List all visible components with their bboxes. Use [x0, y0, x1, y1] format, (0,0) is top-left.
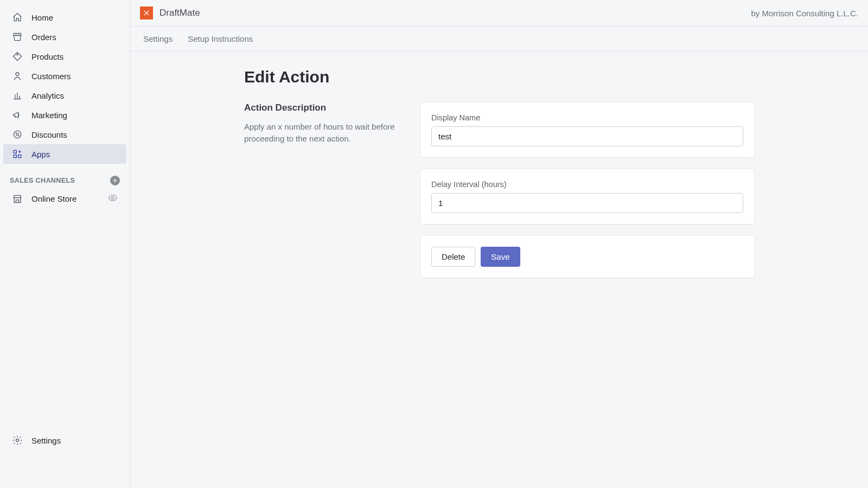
delay-interval-input[interactable] [431, 193, 743, 213]
view-store-button[interactable] [108, 193, 118, 204]
analytics-icon [12, 90, 23, 101]
delay-interval-label: Delay Interval (hours) [431, 180, 743, 189]
section-annotation: Action Description Apply an x number of … [244, 102, 399, 145]
tab-settings[interactable]: Settings [143, 34, 173, 43]
sidebar-item-label: Home [31, 13, 53, 22]
app-byline: by Morrison Consulting L.L.C. [751, 9, 858, 18]
content: Edit Action Action Description Apply an … [130, 52, 868, 311]
svg-point-4 [18, 135, 18, 136]
discount-icon [12, 129, 23, 140]
sidebar-item-label: Settings [31, 436, 61, 445]
svg-point-0 [17, 54, 18, 55]
annotation-heading: Action Description [244, 102, 399, 113]
delete-button[interactable]: Delete [431, 247, 475, 267]
person-icon [12, 70, 23, 81]
sidebar-item-marketing[interactable]: Marketing [3, 105, 126, 125]
sales-channels-heading: SALES CHANNELS [0, 164, 130, 189]
sidebar-item-orders[interactable]: Orders [3, 27, 126, 47]
main-area: DraftMate by Morrison Consulting L.L.C. … [130, 0, 868, 488]
display-name-label: Display Name [431, 113, 743, 122]
sidebar-item-label: Analytics [31, 91, 64, 100]
actions-card: Delete Save [420, 236, 754, 278]
app-logo-icon [140, 7, 153, 20]
main-nav: Home Orders Products Customers [0, 8, 130, 164]
tab-setup-instructions[interactable]: Setup Instructions [188, 34, 253, 43]
megaphone-icon [12, 110, 23, 120]
sidebar: Home Orders Products Customers [0, 0, 130, 488]
sidebar-item-label: Customers [31, 72, 71, 81]
tag-icon [12, 51, 23, 62]
page-title: Edit Action [244, 68, 754, 86]
add-channel-button[interactable] [110, 176, 120, 185]
display-name-card: Display Name [420, 102, 754, 157]
orders-icon [12, 31, 23, 42]
sidebar-item-apps[interactable]: Apps [3, 144, 126, 164]
sidebar-item-discounts[interactable]: Discounts [3, 125, 126, 144]
svg-point-8 [112, 197, 114, 200]
svg-point-9 [16, 439, 19, 442]
apps-icon [12, 149, 23, 159]
sidebar-item-home[interactable]: Home [3, 8, 126, 27]
sidebar-item-label: Products [31, 52, 63, 61]
home-icon [12, 12, 23, 23]
sidebar-item-products[interactable]: Products [3, 47, 126, 66]
sidebar-item-online-store[interactable]: Online Store [3, 189, 126, 209]
svg-point-3 [16, 133, 16, 133]
sidebar-item-label: Online Store [31, 194, 76, 203]
app-brand: DraftMate [140, 7, 200, 20]
store-icon [12, 194, 23, 204]
svg-rect-5 [14, 150, 16, 153]
sidebar-item-analytics[interactable]: Analytics [3, 86, 126, 105]
app-name: DraftMate [159, 8, 200, 18]
delay-interval-card: Delay Interval (hours) [420, 169, 754, 224]
svg-rect-6 [18, 155, 21, 158]
sales-channels-label: SALES CHANNELS [10, 177, 75, 184]
topbar: DraftMate by Morrison Consulting L.L.C. [130, 0, 868, 27]
display-name-input[interactable] [431, 126, 743, 146]
sidebar-item-label: Discounts [31, 130, 67, 139]
sidebar-item-label: Marketing [31, 111, 67, 120]
sidebar-item-customers[interactable]: Customers [3, 66, 126, 86]
sidebar-item-label: Orders [31, 33, 56, 42]
tabs: Settings Setup Instructions [130, 27, 868, 52]
sidebar-item-label: Apps [31, 150, 50, 159]
sidebar-item-settings[interactable]: Settings [3, 431, 126, 450]
svg-point-1 [16, 73, 19, 76]
gear-icon [12, 435, 23, 446]
svg-rect-7 [14, 155, 16, 158]
save-button[interactable]: Save [481, 247, 520, 267]
annotation-body: Apply an x number of hours to wait befor… [244, 121, 399, 145]
